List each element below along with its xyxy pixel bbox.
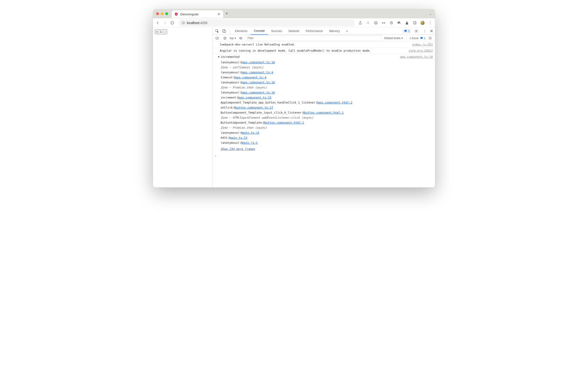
frame-function: (anonymous) <box>221 70 240 75</box>
devtools-tab-memory[interactable]: Memory <box>326 28 343 35</box>
messages-badge[interactable]: 1 <box>403 29 411 33</box>
extensions-icon[interactable] <box>397 21 401 25</box>
console-message: [webpack-dev-server] Live Reloading enab… <box>212 42 435 48</box>
frame-source-link[interactable]: app.component.ts:4 <box>235 75 266 80</box>
close-window-button[interactable] <box>156 12 159 15</box>
frame-at: @ <box>240 90 242 95</box>
frame-source-link[interactable]: main.ts:15 <box>242 130 259 135</box>
share-icon[interactable] <box>358 21 362 25</box>
frame-function: Zone – setTimeout (async) <box>221 65 263 70</box>
frame-source-link[interactable]: main.js:2 <box>242 141 258 145</box>
minimize-window-button[interactable] <box>161 12 163 15</box>
svg-point-15 <box>416 31 417 32</box>
console-settings-icon[interactable] <box>427 35 433 41</box>
forward-button[interactable] <box>163 21 167 25</box>
svg-point-3 <box>374 22 377 24</box>
address-bar[interactable]: localhost:4200 <box>179 19 355 26</box>
message-source-link[interactable]: index.js:551 <box>412 42 433 47</box>
stack-frame: ButtonComponent_Template @ button.compon… <box>221 120 433 125</box>
context-selector[interactable]: top ▾ <box>230 36 236 40</box>
toolbar-actions: ☆ ⋮ <box>358 21 432 25</box>
stack-frame: timeout @ app.component.ts:4 <box>221 75 433 80</box>
devtools-tab-performance[interactable]: Performance <box>302 28 326 35</box>
frame-at: @ <box>234 75 235 80</box>
frame-function: (anonymous) <box>221 80 240 85</box>
devtools-menu-icon[interactable]: ⋮ <box>422 28 427 34</box>
frame-source-link[interactable]: app.component.ts:16 <box>242 90 275 95</box>
browser-tab[interactable]: DemoAngular ✕ <box>172 10 223 18</box>
decrement-button[interactable]: - <box>163 30 167 34</box>
frame-function: timeout <box>221 75 233 80</box>
more-tabs-icon[interactable]: » <box>344 28 350 34</box>
menu-icon[interactable]: ⋮ <box>428 21 432 25</box>
devtools-close-icon[interactable]: ✕ <box>430 29 433 33</box>
frame-source-link[interactable]: button.component.html:1 <box>304 110 344 115</box>
issue-icon <box>420 36 423 40</box>
app-viewport: + 1 - <box>153 28 212 187</box>
reload-button[interactable] <box>170 21 174 25</box>
frame-source-link[interactable]: button.component.ts:17 <box>235 105 273 110</box>
frame-source-link[interactable]: button.component.html:1 <box>264 121 304 125</box>
frame-source-link[interactable]: app.component.ts:4 <box>242 70 273 75</box>
devtools-tab-network[interactable]: Network <box>285 28 303 35</box>
sidebar-toggle-icon[interactable] <box>214 35 220 41</box>
trace-header[interactable]: ▼ incremented app.component.ts:18 <box>212 54 435 60</box>
labs-icon[interactable] <box>405 21 409 25</box>
zoom-window-button[interactable] <box>165 12 168 15</box>
issues-indicator[interactable]: 1 Issue: 1 <box>409 36 425 40</box>
show-more-frames[interactable]: Show 234 more frames <box>212 146 435 153</box>
back-button[interactable] <box>156 21 160 25</box>
svg-rect-10 <box>413 22 416 24</box>
zone-frame: Zone – HTMLInputElement.addEventListener… <box>221 115 433 120</box>
new-tab-button[interactable]: + <box>226 11 228 16</box>
frame-at: @ <box>240 80 242 85</box>
message-text: [webpack-dev-server] Live Reloading enab… <box>220 42 408 47</box>
svg-rect-14 <box>224 31 226 33</box>
context-label: top <box>230 36 234 40</box>
stack-frame: (anonymous) @ app.component.ts:18 <box>221 60 433 65</box>
inspect-icon[interactable] <box>214 28 220 34</box>
frame-at: @ <box>240 130 242 135</box>
url-port: :4200 <box>199 21 207 25</box>
message-source-link[interactable]: core.mjs:25627 <box>409 48 433 53</box>
close-tab-icon[interactable]: ✕ <box>217 12 220 16</box>
stack-frame: onClick @ button.component.ts:17 <box>221 105 433 110</box>
frame-source-link[interactable]: main.ts:13 <box>230 135 247 140</box>
frame-function: 4431 <box>221 135 228 140</box>
frame-source-link[interactable]: app.component.ts:16 <box>242 80 275 85</box>
frame-function: Zone – Promise.then (async) <box>221 85 267 90</box>
devtools-tab-sources[interactable]: Sources <box>268 28 285 35</box>
extension-icon-1[interactable] <box>374 21 378 25</box>
profile-avatar[interactable] <box>421 21 425 25</box>
issues-label: 1 Issue: <box>409 36 419 40</box>
extension-icon-2[interactable] <box>382 21 386 25</box>
bookmark-icon[interactable]: ☆ <box>366 21 370 25</box>
increment-button[interactable]: + <box>155 30 159 34</box>
issues-count: 1 <box>424 36 425 40</box>
frame-function: ButtonComponent_Template <box>221 121 262 125</box>
frame-source-link[interactable]: app.component.html:2 <box>318 100 352 105</box>
console-message: Angular is running in development mode. … <box>212 48 435 54</box>
frame-function: ButtonComponent_Template_input_click_0_l… <box>221 110 301 115</box>
filter-input[interactable] <box>246 36 383 41</box>
stack-frame: (anonymous) @ app.component.ts:16 <box>221 90 433 95</box>
extension-icon-3[interactable] <box>389 21 393 25</box>
console-prompt[interactable]: › <box>212 153 435 159</box>
side-panel-icon[interactable] <box>413 21 417 25</box>
device-toggle-icon[interactable] <box>221 28 227 34</box>
tab-title: DemoAngular <box>180 13 199 16</box>
live-expression-icon[interactable] <box>238 35 244 41</box>
devtools-tab-elements[interactable]: Elements <box>232 28 251 35</box>
log-levels-selector[interactable]: Default levels ▾ <box>384 36 403 40</box>
stack-frame: (anonymous) @ app.component.ts:4 <box>221 70 433 75</box>
stack-frame: AppComponent_Template_app_button_handleC… <box>221 100 433 105</box>
settings-icon[interactable] <box>413 28 419 34</box>
frame-source-link[interactable]: app.component.ts:18 <box>242 60 275 65</box>
trace-source-link[interactable]: app.component.ts:18 <box>400 55 433 59</box>
frame-source-link[interactable]: app.component.ts:15 <box>239 95 271 100</box>
tab-overflow-icon[interactable]: ⌄ <box>429 12 432 16</box>
svg-point-5 <box>376 22 377 23</box>
devtools-tab-console[interactable]: Console <box>251 28 268 35</box>
expand-icon[interactable]: ▼ <box>218 55 220 59</box>
clear-console-icon[interactable] <box>222 35 228 41</box>
